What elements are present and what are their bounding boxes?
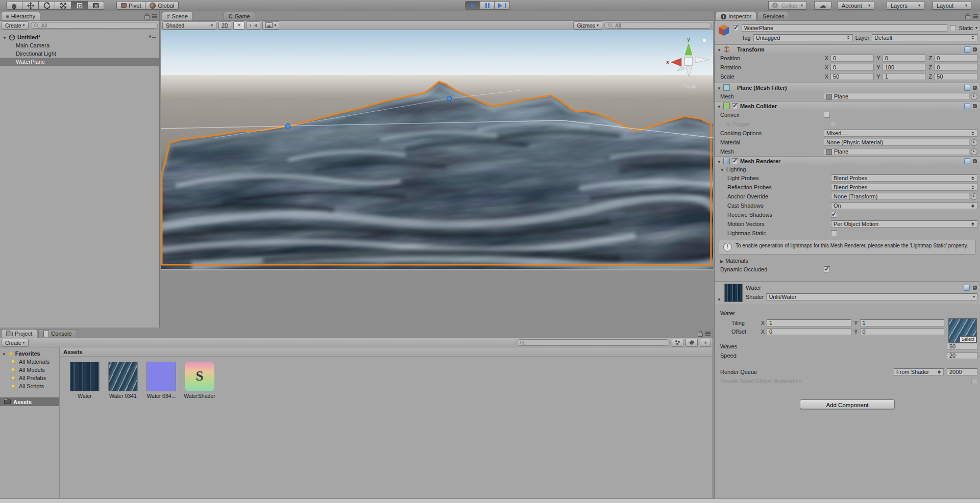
lighting-foldout[interactable]: Lighting [715, 165, 980, 173]
foldout-icon[interactable] [3, 34, 7, 40]
hierarchy-search-input[interactable]: All [31, 22, 158, 29]
gear-icon[interactable] [972, 47, 977, 52]
lock-icon[interactable] [144, 15, 150, 19]
convex-checkbox[interactable] [824, 112, 830, 118]
tag-dropdown[interactable]: Untagged [753, 34, 853, 41]
foldout-icon[interactable] [717, 103, 721, 109]
foldout-icon[interactable] [717, 158, 721, 164]
hierarchy-create-button[interactable]: Create▾ [2, 21, 29, 30]
transform-combined-tool-button[interactable] [88, 1, 104, 10]
tab-game[interactable]: C Game [224, 12, 255, 20]
move-tool-button[interactable] [22, 1, 39, 10]
favorite-all-materials[interactable]: All Materials [0, 358, 59, 366]
tab-services[interactable]: Services [757, 12, 789, 20]
gizmo-cube[interactable] [684, 57, 693, 65]
hierarchy-scene-row[interactable]: Untitled* ▾ [0, 33, 159, 41]
tab-console[interactable]: Console [38, 329, 77, 338]
receive-shadows-checkbox[interactable] [831, 212, 837, 218]
global-toggle-button[interactable]: Global [145, 1, 179, 10]
mesh-filter-header[interactable]: Plane (Mesh Filter) [715, 83, 980, 92]
hierarchy-item-waterplane[interactable]: WaterPlane [0, 58, 159, 66]
persp-label[interactable]: Persp [681, 83, 696, 89]
tiling-x-field[interactable]: 1 [767, 319, 851, 326]
object-picker-icon[interactable] [971, 148, 977, 155]
layout-dropdown[interactable]: Layout▾ [933, 1, 971, 10]
gear-icon[interactable] [972, 85, 977, 90]
gear-icon[interactable] [972, 159, 977, 164]
waves-field[interactable]: 50 [947, 343, 977, 350]
panel-menu-icon[interactable] [152, 14, 157, 18]
favorite-search-button[interactable]: ★ [700, 339, 711, 347]
physic-material-field[interactable]: None (Physic Material) [824, 139, 969, 146]
mesh-collider-header[interactable]: Mesh Collider [715, 101, 980, 110]
hierarchy-item-directional-light[interactable]: Directional Light [0, 49, 159, 58]
help-icon[interactable] [964, 46, 970, 53]
asset-water-0342[interactable]: Water 034... [143, 362, 180, 399]
search-by-type-button[interactable] [672, 339, 683, 347]
scale-y-field[interactable]: 1 [883, 73, 926, 80]
shader-dropdown[interactable]: Unlit/Water▾ [766, 293, 977, 300]
layer-dropdown[interactable]: Default [872, 34, 977, 41]
tiling-y-field[interactable]: 1 [860, 319, 945, 326]
render-queue-dropdown[interactable]: From Shader [894, 368, 944, 375]
object-picker-icon[interactable] [971, 139, 977, 146]
project-search-input[interactable] [517, 339, 670, 346]
favorites-foldout[interactable]: ★ Favorites [0, 349, 59, 358]
object-picker-icon[interactable] [971, 93, 977, 100]
play-button[interactable] [465, 1, 480, 10]
mesh-renderer-header[interactable]: Mesh Renderer [715, 156, 980, 165]
reflection-probes-dropdown[interactable]: Blend Probes [831, 184, 977, 191]
step-button[interactable] [495, 1, 510, 10]
material-header[interactable]: Water Shader Unlit/Water▾ [715, 281, 980, 304]
transform-header[interactable]: Transform [715, 44, 980, 54]
tab-hierarchy[interactable]: ≡ Hierarchy [1, 12, 40, 20]
component-enabled-checkbox[interactable] [732, 158, 738, 164]
favorite-all-prefabs[interactable]: All Prefabs [0, 374, 59, 382]
foldout-icon[interactable] [717, 296, 721, 302]
favorite-all-scripts[interactable]: All Scripts [0, 382, 59, 390]
panel-menu-icon[interactable] [705, 332, 710, 336]
rotate-tool-button[interactable] [39, 1, 55, 10]
scale-tool-button[interactable] [55, 1, 71, 10]
offset-x-field[interactable]: 0 [767, 328, 851, 335]
component-enabled-checkbox[interactable] [732, 103, 738, 109]
tab-project[interactable]: Project [1, 329, 37, 338]
collab-dropdown[interactable]: ✓ Collab ▾ [768, 1, 807, 10]
lock-icon[interactable] [698, 333, 703, 337]
rotation-z-field[interactable]: 0 [934, 64, 977, 71]
add-component-button[interactable]: Add Component [800, 399, 895, 409]
rect-handle[interactable] [286, 124, 290, 129]
speed-field[interactable]: 20 [947, 352, 977, 359]
texture-preview[interactable]: Select [948, 318, 977, 343]
assets-folder-item[interactable]: Assets [0, 397, 59, 406]
position-y-field[interactable]: 0 [883, 55, 926, 62]
collider-mesh-field[interactable]: Plane [824, 148, 969, 155]
offset-y-field[interactable]: 0 [860, 328, 945, 335]
active-checkbox[interactable] [733, 25, 739, 31]
rect-handle[interactable] [447, 96, 452, 101]
tab-scene[interactable]: # Scene [162, 12, 193, 20]
asset-water-0341[interactable]: Water 0341 [105, 362, 141, 399]
lock-icon[interactable] [965, 15, 970, 19]
gameobject-name-field[interactable]: WaterPlane [742, 24, 947, 32]
layers-dropdown[interactable]: Layers▾ [887, 1, 924, 10]
help-icon[interactable] [964, 103, 970, 109]
hierarchy-item-main-camera[interactable]: Main Camera [0, 41, 159, 49]
asset-water[interactable]: Water [66, 362, 103, 399]
project-create-button[interactable]: Create▾ [2, 339, 29, 347]
static-checkbox[interactable] [950, 25, 956, 31]
motion-vectors-dropdown[interactable]: Per Object Motion [831, 220, 977, 228]
favorite-all-models[interactable]: All Models [0, 366, 59, 374]
mesh-object-field[interactable]: Plane [824, 93, 969, 100]
help-icon[interactable] [964, 285, 970, 291]
dynamic-occluded-checkbox[interactable] [824, 266, 830, 272]
foldout-icon[interactable] [717, 85, 721, 91]
help-icon[interactable] [964, 158, 970, 164]
lightmap-static-checkbox[interactable] [831, 230, 837, 236]
cloud-services-button[interactable]: ☁ [814, 1, 831, 10]
account-dropdown[interactable]: Account▾ [838, 1, 874, 10]
object-picker-icon[interactable] [971, 193, 977, 200]
search-by-label-button[interactable] [685, 339, 698, 347]
scene-audio-toggle[interactable] [247, 21, 260, 30]
asset-watershader[interactable]: S WaterShader [181, 362, 218, 399]
